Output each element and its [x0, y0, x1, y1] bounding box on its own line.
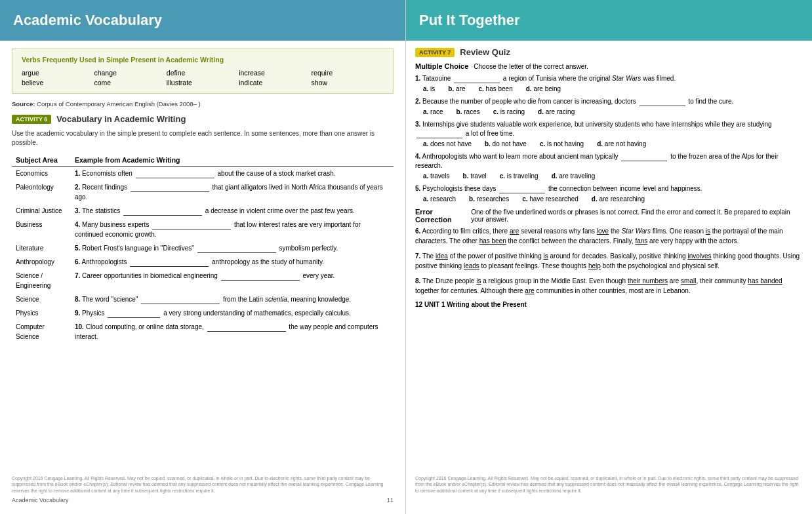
- q2-d: d. are racing: [538, 108, 575, 115]
- blank-q2[interactable]: [639, 106, 685, 106]
- q2-c: c. is racing: [493, 108, 525, 115]
- error-q8: 8. The Druze people is a religious group…: [415, 276, 803, 296]
- q4-b: b. travel: [463, 172, 487, 180]
- blank-q1[interactable]: [454, 83, 500, 83]
- subject-science-engineering: Science / Engineering: [12, 269, 71, 292]
- table-row: Paleontology 2. Recent findings that gia…: [12, 180, 394, 204]
- activity6-title: Vocabulary in Academic Writing: [56, 114, 186, 124]
- subject-paleontology: Paleontology: [12, 180, 71, 204]
- q1-a: a. is: [423, 85, 435, 92]
- q4-a: a. travels: [423, 172, 450, 180]
- activity7-badge: ACTIVITY 7: [415, 48, 455, 57]
- activity7-bar: ACTIVITY 7 Review Quiz: [415, 47, 803, 57]
- left-footer: Academic Vocabulary 11: [0, 497, 405, 504]
- error-section: Error Correction One of the five underli…: [415, 208, 803, 296]
- activity6-badge: ACTIVITY 6: [12, 115, 51, 124]
- right-copyright: Copyright 2016 Cengage Learning. All Rig…: [406, 475, 812, 494]
- blank-6[interactable]: [130, 266, 209, 267]
- activity6-bar: ACTIVITY 6 Vocabulary in Academic Writin…: [12, 114, 394, 124]
- blank-1[interactable]: [136, 178, 214, 178]
- q1-d: d. are being: [526, 85, 561, 92]
- mc-header: Multiple Choice Choose the letter of the…: [415, 62, 803, 70]
- example-criminal-justice: 3. The statistics a decrease in violent …: [71, 204, 394, 218]
- left-content: Verbs Frequently Used in Simple Present …: [0, 41, 405, 351]
- example-anthropology: 6. Anthropologists anthropology as the s…: [71, 255, 394, 269]
- vocab-box: Verbs Frequently Used in Simple Present …: [12, 49, 394, 94]
- example-physics: 9. Physics a very strong understanding o…: [71, 306, 394, 320]
- left-copyright: Copyright 2016 Cengage Learning. All Rig…: [0, 475, 405, 494]
- mc-question-4: 4. Anthropologists who want to learn mor…: [415, 152, 803, 180]
- subject-business: Business: [12, 218, 71, 241]
- left-header-title: Academic Vocabulary: [13, 12, 392, 29]
- mc-instruction: Choose the letter of the correct answer.: [474, 63, 588, 70]
- example-literature: 5. Robert Frost's language in "Directive…: [71, 241, 394, 255]
- q4-text: 4. Anthropologists who want to learn mor…: [415, 152, 803, 170]
- blank-5[interactable]: [197, 252, 276, 253]
- q2-text: 2. Because the number of people who die …: [415, 97, 803, 106]
- subject-criminal-justice: Criminal Justice: [12, 204, 71, 218]
- error-q6-text: 6. According to film critics, there are …: [415, 226, 803, 246]
- example-science-engineering: 7. Career opportunities in biomedical en…: [71, 269, 394, 292]
- example-economics: 1. Economists often about the cause of a…: [71, 167, 394, 181]
- q2-b: b. races: [457, 108, 480, 115]
- blank-9[interactable]: [108, 317, 160, 318]
- right-footer-inline: 12 UNIT 1 Writing about the Present: [415, 301, 803, 308]
- table-row: Science 8. The word "science" from the L…: [12, 292, 394, 306]
- blank-7[interactable]: [221, 280, 300, 281]
- table-row: Science / Engineering 7. Career opportun…: [12, 269, 394, 292]
- blank-4[interactable]: [152, 229, 231, 229]
- q3-answers: a. does not have b. do not have c. is no…: [423, 140, 803, 148]
- blank-q5[interactable]: [499, 193, 545, 193]
- error-q6: 6. According to film critics, there are …: [415, 226, 803, 246]
- q3-c: c. is not having: [540, 140, 584, 148]
- q3-a: a. does not have: [423, 140, 472, 148]
- left-page-num: 11: [387, 497, 394, 504]
- q2-a: a. race: [423, 108, 443, 115]
- subject-economics: Economics: [12, 167, 71, 181]
- mc-question-1: 1. Tataouine a region of Tunisia where t…: [415, 74, 803, 92]
- table-row: Physics 9. Physics a very strong underst…: [12, 306, 394, 320]
- q3-text: 3. Internships give students valuable wo…: [415, 120, 803, 138]
- q1-text: 1. Tataouine a region of Tunisia where t…: [415, 74, 803, 83]
- subject-computer-science: Computer Science: [12, 320, 71, 344]
- q3-d: d. are not having: [597, 140, 646, 148]
- q4-answers: a. travels b. travel c. is traveling d. …: [423, 172, 803, 180]
- q5-d: d. are researching: [592, 195, 645, 203]
- blank-q4[interactable]: [621, 161, 667, 161]
- example-paleontology: 2. Recent findings that giant alligators…: [71, 180, 394, 204]
- blank-q3[interactable]: [416, 138, 462, 138]
- right-content: ACTIVITY 7 Review Quiz Multiple Choice C…: [406, 41, 812, 315]
- table-row: Computer Science 10. Cloud computing, or…: [12, 320, 394, 344]
- blank-3[interactable]: [123, 215, 202, 216]
- q5-answers: a. research b. researches c. have resear…: [423, 195, 803, 203]
- vocab-words: argue change define increase require bel…: [22, 69, 384, 87]
- right-header: Put It Together: [406, 0, 812, 41]
- col-header-example: Example from Academic Writing: [71, 154, 394, 167]
- word-argue: argue: [22, 69, 94, 77]
- blank-2[interactable]: [131, 191, 209, 192]
- source-text: Source: Corpus of Contemporary American …: [12, 100, 394, 108]
- word-show: show: [312, 79, 384, 87]
- left-page: Academic Vocabulary Verbs Frequently Use…: [0, 0, 406, 514]
- left-header: Academic Vocabulary: [0, 0, 405, 41]
- word-illustrate: illustrate: [167, 79, 239, 87]
- right-page: Put It Together ACTIVITY 7 Review Quiz M…: [406, 0, 812, 514]
- activity6-instruction: Use the academic vocabulary in the simpl…: [12, 129, 394, 148]
- example-science: 8. The word "science" from the Latin sci…: [71, 292, 394, 306]
- right-header-title: Put It Together: [419, 12, 799, 29]
- q2-answers: a. race b. races c. is racing d. are rac…: [423, 108, 803, 115]
- mc-question-5: 5. Psychologists these days the connecti…: [415, 184, 803, 203]
- error-q7: 7. The idea of the power of positive thi…: [415, 251, 803, 271]
- table-row: Criminal Justice 3. The statistics a dec…: [12, 204, 394, 218]
- word-come: come: [94, 79, 166, 87]
- word-increase: increase: [239, 69, 311, 77]
- blank-10[interactable]: [207, 331, 286, 332]
- blank-8[interactable]: [141, 304, 220, 304]
- word-change: change: [94, 69, 166, 77]
- q4-c: c. is traveling: [500, 172, 538, 180]
- subject-physics: Physics: [12, 306, 71, 320]
- subject-science: Science: [12, 292, 71, 306]
- q1-b: b. are: [448, 85, 465, 92]
- example-business: 4. Many business experts that low intere…: [71, 218, 394, 241]
- error-instruction: One of the five underlined words or phra…: [471, 208, 803, 223]
